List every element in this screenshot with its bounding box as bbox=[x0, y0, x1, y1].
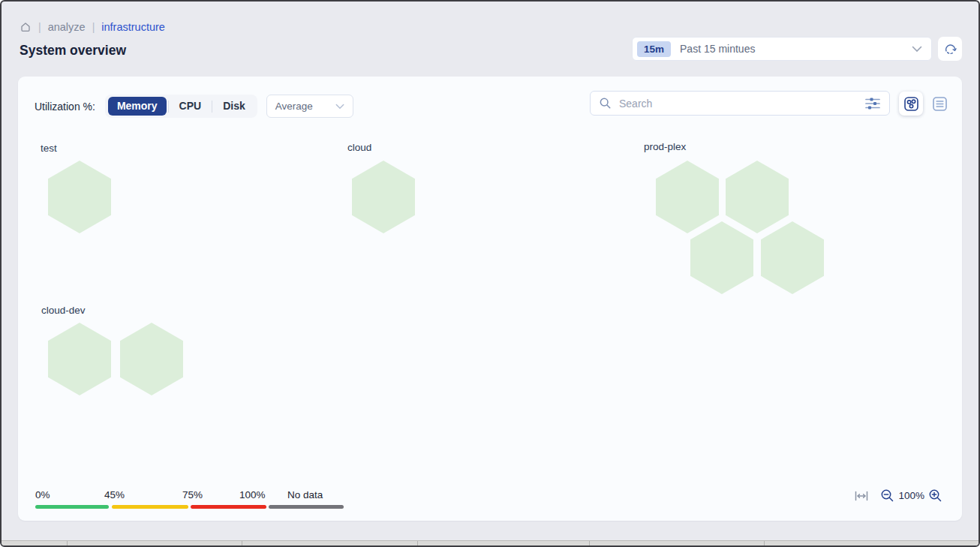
hexagon-device[interactable] bbox=[120, 323, 183, 395]
group-label-test: test bbox=[41, 143, 57, 154]
legend-label-45: 45% bbox=[104, 489, 125, 500]
metric-segmented-control: Memory CPU Disk bbox=[105, 95, 257, 118]
legend-label-nodata: No data bbox=[287, 489, 323, 500]
honeycomb-panel: Utilization %: Memory CPU Disk Average bbox=[18, 77, 962, 521]
group-label-cloud: cloud bbox=[347, 142, 371, 153]
segment-divider bbox=[168, 101, 169, 113]
zoom-level: 100% bbox=[898, 490, 924, 501]
zoom-in-button[interactable] bbox=[928, 488, 942, 503]
table-column-divider bbox=[417, 541, 418, 545]
metric-tab-disk[interactable]: Disk bbox=[214, 97, 254, 116]
fit-to-screen-button[interactable] bbox=[855, 491, 868, 501]
breadcrumb-separator: | bbox=[92, 21, 95, 33]
legend-bar-red bbox=[191, 505, 266, 509]
hexagon-device[interactable] bbox=[761, 221, 824, 294]
legend-bar-yellow bbox=[112, 505, 188, 509]
legend-bar-gray bbox=[269, 505, 344, 509]
refresh-button[interactable] bbox=[938, 37, 962, 61]
filter-sliders-icon[interactable] bbox=[864, 97, 881, 110]
segment-divider bbox=[212, 101, 212, 113]
legend-label-100: 100% bbox=[239, 489, 266, 500]
time-range-label: Past 15 mintues bbox=[680, 43, 912, 55]
fit-width-icon bbox=[855, 491, 868, 501]
time-range-badge: 15m bbox=[637, 41, 671, 57]
search-icon bbox=[599, 97, 612, 110]
app-window: | analyze | infrastructure System overvi… bbox=[0, 0, 980, 547]
refresh-icon bbox=[943, 42, 957, 56]
table-column-divider bbox=[67, 541, 68, 545]
table-column-divider bbox=[242, 541, 242, 545]
group-label-prod-plex: prod-plex bbox=[644, 141, 686, 152]
zoom-out-button[interactable] bbox=[880, 488, 894, 503]
zoom-controls: 100% bbox=[855, 488, 942, 503]
legend-label-0: 0% bbox=[35, 489, 50, 500]
aggregation-value: Average bbox=[275, 101, 335, 112]
hexagon-device[interactable] bbox=[656, 161, 719, 233]
breadcrumb-item-analyze[interactable]: analyze bbox=[48, 21, 86, 33]
aggregation-select[interactable]: Average bbox=[266, 95, 353, 118]
legend-bar-green bbox=[35, 505, 109, 509]
utilization-label: Utilization %: bbox=[35, 101, 95, 113]
list-view-icon bbox=[932, 96, 948, 112]
hexagon-device[interactable] bbox=[48, 161, 111, 233]
list-view-button[interactable] bbox=[927, 92, 951, 116]
group-label-cloud-dev: cloud-dev bbox=[41, 305, 86, 316]
hexagon-device[interactable] bbox=[726, 161, 789, 233]
table-column-divider bbox=[589, 541, 590, 545]
hexagon-device[interactable] bbox=[48, 323, 111, 395]
zoom-in-icon bbox=[928, 488, 942, 503]
search-bar bbox=[590, 91, 890, 116]
table-column-divider bbox=[764, 541, 765, 545]
metric-tab-memory[interactable]: Memory bbox=[108, 97, 167, 116]
metric-tab-cpu[interactable]: CPU bbox=[170, 97, 211, 116]
honeycomb-view-icon bbox=[903, 96, 919, 112]
next-section-table-edge bbox=[2, 540, 978, 545]
breadcrumb-separator: | bbox=[38, 21, 41, 33]
hexagon-device[interactable] bbox=[690, 221, 753, 294]
breadcrumb: | analyze | infrastructure bbox=[20, 21, 165, 33]
chevron-down-icon bbox=[335, 104, 344, 110]
search-input[interactable] bbox=[618, 97, 864, 110]
time-range-selector[interactable]: 15m Past 15 mintues bbox=[632, 37, 932, 61]
legend-label-75: 75% bbox=[182, 489, 203, 500]
chevron-down-icon bbox=[912, 46, 922, 53]
breadcrumb-item-infrastructure[interactable]: infrastructure bbox=[101, 21, 165, 33]
zoom-out-icon bbox=[880, 488, 894, 503]
honeycomb-view-button[interactable] bbox=[899, 92, 923, 116]
hexagon-device[interactable] bbox=[352, 161, 415, 233]
home-icon[interactable] bbox=[20, 21, 32, 33]
page-title: System overview bbox=[20, 43, 126, 59]
metric-toolbar: Utilization %: Memory CPU Disk Average bbox=[35, 95, 353, 118]
